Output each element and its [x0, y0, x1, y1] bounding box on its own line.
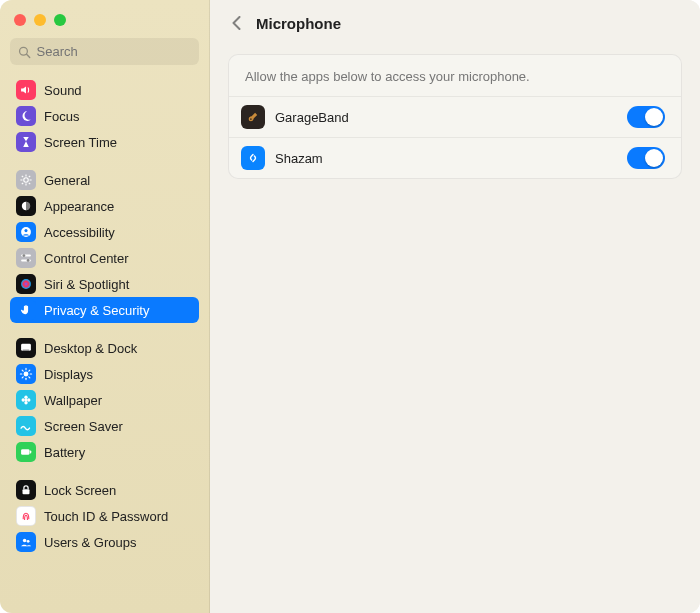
lock-icon	[16, 480, 36, 500]
svg-point-39	[27, 540, 30, 543]
sidebar-item-general[interactable]: General	[10, 167, 199, 193]
svg-line-9	[29, 176, 30, 177]
sidebar-item-label: General	[44, 173, 90, 188]
svg-line-29	[22, 377, 23, 378]
shazam-microphone-toggle[interactable]	[627, 147, 665, 169]
hourglass-icon	[16, 132, 36, 152]
close-window-button[interactable]	[14, 14, 26, 26]
switches-icon	[16, 248, 36, 268]
sidebar-item-label: Accessibility	[44, 225, 115, 240]
sidebar-item-privacy[interactable]: Privacy & Security	[10, 297, 199, 323]
sidebar-item-label: Displays	[44, 367, 93, 382]
svg-point-33	[27, 398, 30, 401]
sidebar-item-screentime[interactable]: Screen Time	[10, 129, 199, 155]
sidebar-item-label: Siri & Spotlight	[44, 277, 129, 292]
sidebar-item-label: Touch ID & Password	[44, 509, 168, 524]
sidebar-item-label: Control Center	[44, 251, 129, 266]
svg-point-30	[24, 396, 27, 399]
svg-point-2	[24, 178, 28, 182]
sidebar: SoundFocusScreen TimeGeneralAppearanceAc…	[0, 0, 210, 613]
svg-point-31	[24, 401, 27, 404]
main-panel: Microphone Allow the apps below to acces…	[210, 0, 700, 613]
svg-line-7	[22, 176, 23, 177]
sidebar-item-wallpaper[interactable]: Wallpaper	[10, 387, 199, 413]
sidebar-item-battery[interactable]: Battery	[10, 439, 199, 465]
svg-line-1	[27, 54, 30, 57]
person-icon	[16, 222, 36, 242]
app-label: Shazam	[275, 151, 617, 166]
sidebar-item-siri[interactable]: Siri & Spotlight	[10, 271, 199, 297]
sidebar-item-label: Screen Saver	[44, 419, 123, 434]
svg-point-21	[24, 372, 29, 377]
page-header: Microphone	[210, 0, 700, 48]
search-field[interactable]	[10, 38, 199, 65]
svg-line-10	[22, 183, 23, 184]
svg-rect-37	[23, 489, 30, 494]
sidebar-item-appearance[interactable]: Appearance	[10, 193, 199, 219]
sidebar-item-lockscreen[interactable]: Lock Screen	[10, 477, 199, 503]
sidebar-item-desktop[interactable]: Desktop & Dock	[10, 335, 199, 361]
search-input[interactable]	[37, 44, 192, 59]
svg-point-17	[27, 259, 30, 262]
panel-subtitle: Allow the apps below to access your micr…	[229, 55, 681, 96]
sidebar-group: SoundFocusScreen Time	[10, 77, 199, 155]
sun-icon	[16, 364, 36, 384]
svg-point-32	[22, 398, 25, 401]
minimize-window-button[interactable]	[34, 14, 46, 26]
svg-point-34	[25, 399, 28, 402]
sidebar-item-label: Appearance	[44, 199, 114, 214]
sidebar-item-label: Screen Time	[44, 135, 117, 150]
users-icon	[16, 532, 36, 552]
svg-rect-20	[23, 349, 30, 350]
speaker-icon	[16, 80, 36, 100]
sidebar-item-screensaver[interactable]: Screen Saver	[10, 413, 199, 439]
svg-line-26	[22, 370, 23, 371]
sidebar-item-label: Battery	[44, 445, 85, 460]
sidebar-item-sound[interactable]: Sound	[10, 77, 199, 103]
sidebar-group: Desktop & DockDisplaysWallpaperScreen Sa…	[10, 335, 199, 465]
svg-point-16	[23, 254, 26, 257]
gear-icon	[16, 170, 36, 190]
sidebar-item-label: Sound	[44, 83, 82, 98]
sidebar-item-label: Focus	[44, 109, 79, 124]
sidebar-item-label: Desktop & Dock	[44, 341, 137, 356]
svg-line-28	[29, 370, 30, 371]
sidebar-item-focus[interactable]: Focus	[10, 103, 199, 129]
wave-icon	[16, 416, 36, 436]
flower-icon	[16, 390, 36, 410]
settings-window: SoundFocusScreen TimeGeneralAppearanceAc…	[0, 0, 700, 613]
zoom-window-button[interactable]	[54, 14, 66, 26]
app-label: GarageBand	[275, 110, 617, 125]
app-row-shazam: Shazam	[229, 137, 681, 178]
siri-icon	[16, 274, 36, 294]
battery-icon	[16, 442, 36, 462]
window-controls	[10, 8, 199, 38]
sidebar-item-label: Users & Groups	[44, 535, 136, 550]
garageband-app-icon	[241, 105, 265, 129]
sidebar-item-label: Privacy & Security	[44, 303, 149, 318]
search-icon	[18, 45, 31, 59]
sidebar-item-label: Lock Screen	[44, 483, 116, 498]
svg-point-38	[23, 539, 27, 543]
hand-icon	[16, 300, 36, 320]
svg-line-27	[29, 377, 30, 378]
sidebar-item-controlcenter[interactable]: Control Center	[10, 245, 199, 271]
finger-icon	[16, 506, 36, 526]
app-row-garageband: GarageBand	[229, 96, 681, 137]
back-button[interactable]	[226, 12, 246, 34]
dock-icon	[16, 338, 36, 358]
sidebar-item-users[interactable]: Users & Groups	[10, 529, 199, 555]
sidebar-item-touchid[interactable]: Touch ID & Password	[10, 503, 199, 529]
garageband-microphone-toggle[interactable]	[627, 106, 665, 128]
sidebar-item-label: Wallpaper	[44, 393, 102, 408]
sidebar-item-displays[interactable]: Displays	[10, 361, 199, 387]
svg-rect-35	[21, 449, 29, 455]
sidebar-item-accessibility[interactable]: Accessibility	[10, 219, 199, 245]
microphone-apps-panel: Allow the apps below to access your micr…	[228, 54, 682, 179]
page-title: Microphone	[256, 15, 341, 32]
svg-point-41	[250, 118, 252, 120]
appearance-icon	[16, 196, 36, 216]
svg-rect-36	[30, 451, 31, 454]
svg-point-13	[24, 229, 27, 232]
moon-icon	[16, 106, 36, 126]
